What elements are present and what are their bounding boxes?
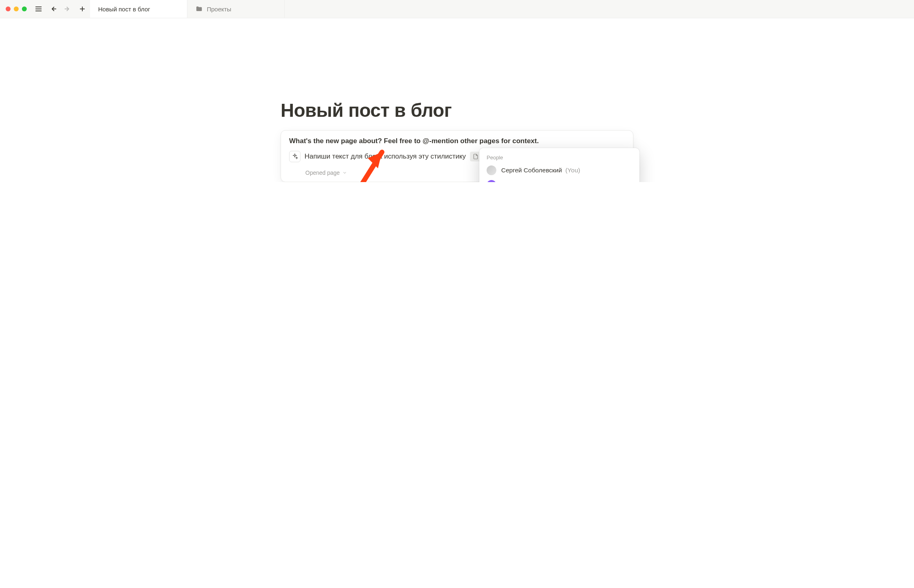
avatar-icon: [487, 165, 496, 175]
page-title[interactable]: Новый пост в блог: [281, 99, 633, 121]
chevron-down-icon: [342, 170, 347, 175]
new-tab-icon[interactable]: [78, 4, 87, 13]
topbar: Новый пост в блог Проекты: [0, 0, 914, 18]
maximize-window-button[interactable]: [22, 6, 27, 11]
menu-icon[interactable]: [34, 4, 43, 13]
ai-sparkle-icon: [289, 151, 300, 162]
person-name: Сергей Соболевский: [501, 167, 562, 174]
tab-projects[interactable]: Проекты: [187, 0, 285, 18]
page-content: Новый пост в блог What's the new page ab…: [281, 99, 633, 182]
folder-icon: [195, 5, 203, 13]
tab-label: Проекты: [207, 6, 231, 13]
mention-popup: People Сергей Соболевский (You) N Notion…: [479, 148, 639, 182]
you-badge: (You): [565, 167, 580, 174]
mention-person-sergey[interactable]: Сергей Соболевский (You): [482, 163, 637, 178]
minimize-window-button[interactable]: [14, 6, 19, 11]
window-controls: [0, 6, 32, 11]
back-icon[interactable]: [49, 4, 58, 13]
forward-icon: [63, 4, 72, 13]
popup-section-people: People: [482, 152, 637, 163]
person-name: NotionBoxCourse: [501, 181, 550, 182]
close-window-button[interactable]: [6, 6, 11, 11]
ai-prompt-text: Напиши текст для блога используя эту сти…: [305, 152, 466, 161]
tab-new-blog-post[interactable]: Новый пост в блог: [90, 0, 187, 18]
avatar-icon: N: [487, 180, 496, 182]
tab-label: Новый пост в блог: [98, 6, 150, 13]
mention-person-notionboxcourse[interactable]: N NotionBoxCourse: [482, 178, 637, 182]
ai-card-header: What's the new page about? Feel free to …: [289, 137, 625, 145]
page-link-icon: [472, 153, 479, 160]
ai-footer-label: Opened page: [305, 170, 340, 176]
tabs: Новый пост в блог Проекты: [90, 0, 285, 18]
topbar-nav-icons: [32, 4, 90, 13]
page: Новый пост в блог What's the new page ab…: [0, 18, 914, 182]
